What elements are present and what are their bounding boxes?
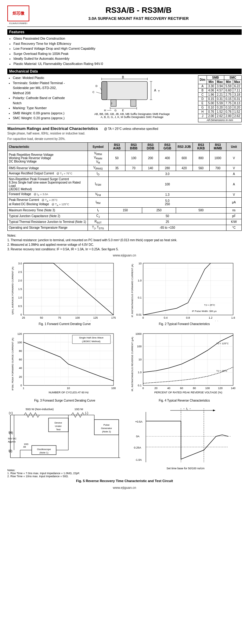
svg-text:100: 100	[205, 387, 210, 390]
svg-text:100: 100	[111, 387, 116, 390]
max-header: Max	[215, 80, 224, 84]
svg-text:B: B	[122, 76, 124, 79]
val-cell: 35	[108, 165, 125, 171]
fig5-title: Fig. 5 Reverse Recovery Time Characteris…	[7, 479, 242, 483]
svg-text:3.0: 3.0	[18, 262, 22, 265]
table-row: Non-Repetitive Peak Forward Surge Curren…	[8, 177, 242, 192]
svg-text:T: T	[158, 90, 160, 93]
svg-text:25: 25	[22, 316, 25, 319]
symbol-cell: V(RMS)	[88, 165, 108, 171]
footnotes-section: Notes: 1. Thermal resistance: junction t…	[7, 233, 242, 252]
mech-item: SMB Weight: 0.09 grams (approx.)	[13, 111, 68, 116]
dim-value-cell: 7.11	[233, 88, 241, 93]
feature-item: Low Forward Voltage Drop and High Curren…	[13, 46, 242, 51]
svg-text:60: 60	[19, 358, 22, 361]
fig3-title: Fig. 3 Forward Surge Current Derating Cu…	[34, 399, 95, 402]
svg-text:(JEDEC Method): (JEDEC Method)	[82, 340, 101, 343]
dim-value-cell: 0.15	[207, 97, 215, 101]
table-row: RMS Reverse Voltage V(RMS) 35 70 140 280…	[8, 165, 242, 171]
svg-text:20: 20	[154, 387, 157, 390]
svg-text:10: 10	[139, 358, 142, 361]
dim-value-cell: 0.31	[233, 97, 241, 101]
dim-label-cell: D	[198, 97, 207, 101]
fig4-title: Fig. 4 Typical Reverse Characteristics	[159, 399, 210, 402]
rs3ddb-col-header: RS3 D/DB	[142, 143, 159, 151]
val-cell-span: 1.3	[108, 192, 226, 198]
char-cell: RMS Reverse Voltage	[8, 165, 88, 171]
svg-text:Approx: Approx	[8, 440, 16, 443]
svg-text:C: C	[92, 91, 95, 94]
svg-text:Pulse: Pulse	[103, 424, 110, 426]
svg-text:1.0: 1.0	[138, 279, 142, 282]
dim-col-header: Dim	[198, 76, 207, 84]
val-cell: 100	[125, 151, 142, 165]
svg-text:175: 175	[111, 316, 116, 319]
svg-text:10: 10	[67, 387, 70, 390]
svg-text:100: 100	[137, 345, 142, 348]
svg-rect-5	[102, 81, 107, 100]
charts-grid: I(AV), AVERAGE FORWARD CURRENT (A)	[7, 260, 242, 402]
header-divider	[7, 27, 242, 27]
symbol-cell: tr	[88, 207, 108, 213]
ratings-ta-note: @ TA = 25°C unless otherwise specified	[104, 127, 158, 131]
fig5-set-note: Set time base for 50/100 ns/cm	[167, 467, 205, 470]
mechanical-section: Case: Molded Plastic Terminals: Solder P…	[7, 75, 242, 122]
dim-value-cell: 2.21	[215, 93, 224, 97]
unit-cell: V	[226, 151, 242, 165]
val-cell-span: 5.0250	[108, 198, 226, 208]
footnote-1: 1. Thermal resistance: junction to termi…	[7, 238, 242, 242]
char-cell: Typical Thermal Resistance Junction to T…	[8, 219, 88, 225]
svg-text:50: 50	[40, 316, 43, 319]
svg-text:10Ω NI: 10Ω NI	[74, 408, 83, 411]
title-area: RS3A/B - RS3M/B 3.0A SURFACE MOUNT FAST …	[29, 5, 242, 21]
dim-footer: All Dimensions in mm	[198, 118, 242, 122]
table-row: Peak Reverse Current @ TA = 25°Cat Rated…	[8, 198, 242, 208]
dim-label-cell: C	[198, 93, 207, 97]
dim-value-cell: 3.94	[215, 84, 224, 88]
svg-text:40: 40	[167, 387, 170, 390]
svg-text:E: E	[122, 109, 124, 112]
svg-text:(-): (-)	[9, 449, 11, 452]
val-cell-span: -65 to +150	[108, 225, 226, 231]
fig5-waveform-svg: ← tr → +0.5A 0A -0.25A -1.0A	[134, 406, 237, 467]
svg-text:TJ = 25°C: TJ = 25°C	[216, 370, 227, 372]
fig3-chart: IFSM, PEAK FORWARD SURGE CURRENT (A)	[10, 331, 120, 398]
svg-text:140: 140	[231, 387, 235, 390]
fig5-note-label: Notes:	[7, 469, 123, 472]
fig5-note-1: 1. Rise Time = 7.0ns max. Input Impedanc…	[7, 472, 123, 475]
svg-text:A: A	[154, 89, 156, 92]
svg-text:0: 0	[20, 384, 22, 387]
fig4-container: IR, INSTANTANEOUS REVERSE CURRENT (μA)	[127, 331, 242, 402]
val-cell: 800	[193, 151, 209, 165]
unit-cell: pF	[226, 213, 242, 219]
dim-value-cell: 6.60	[224, 88, 233, 93]
table-row: Operating and Storage Temperature Range …	[8, 225, 242, 231]
symbol-cell: RΘJT	[88, 219, 108, 225]
svg-text:1.0: 1.0	[138, 371, 142, 374]
svg-text:125: 125	[93, 316, 98, 319]
dim-value-cell: 7.75	[224, 101, 233, 106]
part-number: RS3A/B - RS3M/B	[35, 5, 242, 15]
val-cell: 600	[176, 151, 193, 165]
svg-text:(+): (+)	[9, 431, 12, 434]
ratings-divider	[7, 124, 242, 124]
svg-text:2.5: 2.5	[18, 270, 22, 274]
val-cell: 150	[108, 207, 142, 213]
dim-value-cell: 1.52	[215, 110, 224, 114]
svg-marker-164	[213, 410, 215, 411]
dim-label-cell: J	[198, 114, 207, 118]
svg-text:-0.25A: -0.25A	[134, 446, 141, 449]
char-cell: Average Rectified Output Current @ TT = …	[8, 171, 88, 177]
val-cell: 70	[125, 165, 142, 171]
dim-value-cell: 6.22	[233, 84, 241, 88]
dim-table-row: A3.303.945.596.22	[198, 84, 242, 88]
svg-text:Generator: Generator	[101, 427, 112, 430]
rs3aab-col-header: RS3 A/AB	[108, 143, 125, 151]
dim-value-cell: 3.18	[233, 93, 241, 97]
svg-text:I(AV), AVERAGE FORWARD CURRENT: I(AV), AVERAGE FORWARD CURRENT (A)	[11, 267, 14, 314]
svg-text:-1.0A: -1.0A	[135, 458, 142, 461]
dim-label-cell: G	[198, 106, 207, 110]
table-row: Peak Repetitive Reverse VoltageWorking P…	[8, 151, 242, 165]
footnote-3: 3. Reverse recovery test conditions: IF …	[7, 247, 242, 252]
svg-text:IFSM, PEAK FORWARD SURGE CURRE: IFSM, PEAK FORWARD SURGE CURRENT (A)	[11, 338, 14, 390]
